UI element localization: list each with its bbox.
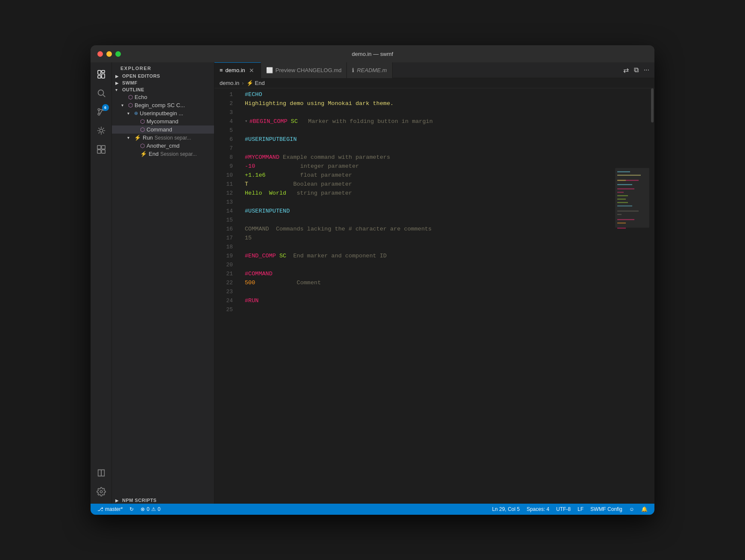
sidebar-item-command[interactable]: ⬡ Command — [112, 125, 214, 134]
activity-search[interactable] — [93, 85, 110, 102]
svg-point-4 — [98, 90, 103, 96]
cursor-position: Ln 29, Col 5 — [492, 506, 520, 512]
svg-rect-3 — [98, 76, 101, 78]
token: Marker with folding button in margin — [298, 117, 433, 126]
token: #ECHO — [245, 90, 262, 99]
sidebar-swmf[interactable]: ▶ SWMF — [112, 79, 214, 86]
status-line-ending[interactable]: LF — [574, 504, 587, 515]
editor-content[interactable]: 1 2 3 4 5 6 7 8 9 10 11 12 13 14 15 16 1 — [214, 88, 654, 504]
minimize-button[interactable] — [106, 51, 112, 57]
scrollbar-handle[interactable] — [651, 88, 654, 122]
code-line-20 — [245, 260, 615, 269]
sidebar-item-end[interactable]: ⚡ End Session separ... — [112, 150, 214, 158]
activity-source-control[interactable]: 6 — [93, 103, 110, 120]
sidebar-npm-scripts[interactable]: ▶ NPM SCRIPTS — [112, 497, 214, 504]
titlebar: demo.in — swmf — [91, 45, 654, 62]
svg-rect-13 — [101, 150, 105, 153]
line-number: 11 — [214, 180, 233, 189]
activity-debug[interactable] — [93, 122, 110, 139]
status-spaces[interactable]: Spaces: 4 — [523, 504, 553, 515]
status-branch[interactable]: ⎇ master* — [94, 504, 126, 515]
svg-rect-0 — [98, 70, 101, 74]
token: 15 — [245, 233, 252, 242]
activity-extensions[interactable] — [93, 141, 110, 158]
token: #BEGIN_COMP — [249, 117, 287, 126]
line-number: 19 — [214, 251, 233, 260]
npm-scripts-label: NPM SCRIPTS — [122, 498, 157, 503]
tab-close-demo[interactable]: ✕ — [248, 67, 255, 74]
svg-rect-12 — [97, 150, 100, 153]
token: Boolean parameter — [248, 180, 352, 189]
status-encoding[interactable]: UTF-8 — [553, 504, 574, 515]
svg-point-8 — [98, 113, 100, 115]
status-cursor[interactable]: Ln 29, Col 5 — [489, 504, 523, 515]
tab-preview-changelog[interactable]: ⬜ Preview CHANGELOG.md — [261, 62, 347, 78]
status-errors[interactable]: ⊗ 0 ⚠ 0 — [137, 504, 164, 515]
sidebar-item-mycommand[interactable]: ⬡ Mycommand — [112, 117, 214, 125]
code-editor[interactable]: #ECHO Highlighting demo using Monokai da… — [238, 88, 615, 504]
scrollbar-thumb[interactable] — [649, 88, 654, 504]
code-line-6: #USERINPUTBEGIN — [245, 135, 615, 144]
line-ending-label: LF — [578, 506, 584, 512]
token: Comment — [255, 278, 321, 287]
link-icon: ⊕ — [134, 111, 138, 116]
close-button[interactable] — [97, 51, 103, 57]
breadcrumb-section[interactable]: End — [255, 80, 265, 86]
chevron-right-icon: ▶ — [115, 498, 122, 503]
activity-explorer[interactable] — [93, 66, 110, 83]
activity-settings[interactable] — [93, 483, 110, 500]
svg-rect-10 — [97, 146, 100, 149]
token: T — [245, 180, 248, 189]
line-number: 7 — [214, 144, 233, 153]
cube-icon: ⬡ — [128, 102, 133, 108]
editor-layout-button[interactable]: ⧉ — [632, 64, 640, 76]
line-number: 16 — [214, 225, 233, 233]
svg-rect-32 — [615, 168, 649, 228]
activity-book[interactable] — [93, 464, 110, 481]
sidebar: EXPLORER ▶ OPEN EDITORS ▶ SWMF ▾ OUTLINE… — [112, 62, 214, 504]
explorer-title: EXPLORER — [112, 62, 214, 73]
userinputbegin-label: Userinputbegin ... — [140, 110, 183, 117]
lightning-icon: ⚡ — [134, 134, 141, 141]
status-bell[interactable]: 🔔 — [638, 504, 651, 515]
token: #END_COMP — [245, 251, 276, 260]
smiley-icon: ☺ — [629, 506, 634, 512]
tab-readme[interactable]: ℹ README.m — [347, 62, 392, 78]
fold-button[interactable]: ▾ — [245, 117, 248, 126]
line-number: 14 — [214, 207, 233, 216]
sidebar-outline[interactable]: ▾ OUTLINE — [112, 86, 214, 93]
sidebar-open-editors[interactable]: ▶ OPEN EDITORS — [112, 73, 214, 79]
more-actions-button[interactable]: ··· — [642, 64, 651, 76]
token: Example command with parameters — [279, 153, 390, 162]
line-number: 17 — [214, 233, 233, 242]
sidebar-item-another-cmd[interactable]: ⬡ Another_cmd — [112, 142, 214, 150]
svg-rect-31 — [617, 228, 626, 229]
sidebar-item-echo[interactable]: ⬡ Echo — [112, 93, 214, 101]
branch-icon: ⎇ — [97, 506, 103, 512]
status-sync[interactable]: ↻ — [126, 504, 137, 515]
breadcrumb-file[interactable]: demo.in — [220, 80, 239, 86]
code-line-25 — [245, 305, 615, 314]
branch-name: master* — [105, 506, 123, 512]
tab-demo-in[interactable]: ≡ demo.in ✕ — [214, 62, 261, 78]
status-language[interactable]: SWMF Config — [587, 504, 626, 515]
sidebar-item-run[interactable]: ▾ ⚡ Run Session separ... — [112, 134, 214, 142]
scrollbar[interactable] — [649, 88, 654, 504]
split-editor-button[interactable]: ⇄ — [622, 64, 631, 76]
code-line-16: COMMAND Commands lacking the # character… — [245, 225, 615, 233]
minimap-svg — [615, 88, 649, 504]
echo-label: Echo — [135, 94, 147, 100]
chevron-down-icon: ▾ — [127, 135, 134, 140]
sidebar-item-begin-comp[interactable]: ▾ ⬡ Begin_comp SC C... — [112, 101, 214, 109]
token: #MYCOMMAND — [245, 153, 279, 162]
tab-label-demo: demo.in — [226, 67, 245, 73]
status-smiley[interactable]: ☺ — [626, 504, 638, 515]
line-number: 6 — [214, 135, 233, 144]
sidebar-item-userinputbegin[interactable]: ▾ ⊕ Userinputbegin ... — [112, 109, 214, 117]
line-number: 23 — [214, 287, 233, 296]
tab-bar-actions: ⇄ ⧉ ··· — [622, 64, 654, 76]
line-number: 18 — [214, 242, 233, 251]
token: COMMAND Commands lacking the # character… — [245, 225, 431, 233]
code-line-18 — [245, 242, 615, 251]
maximize-button[interactable] — [115, 51, 121, 57]
